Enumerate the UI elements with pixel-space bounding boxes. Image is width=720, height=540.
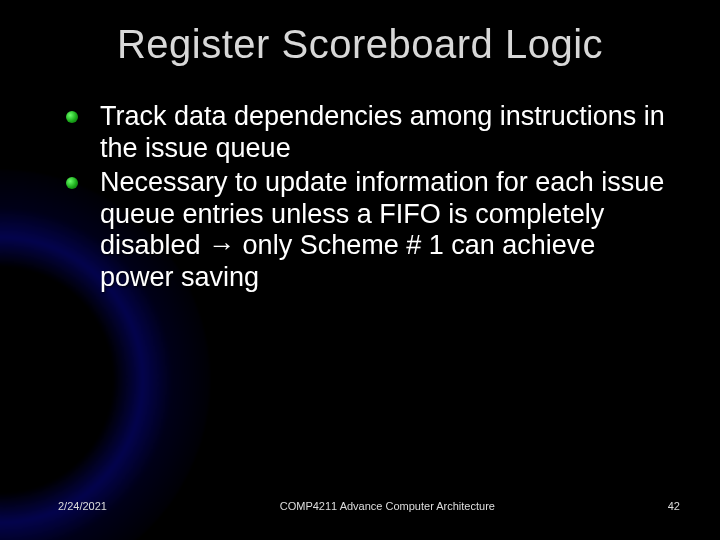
bullet-text: Track data dependencies among instructio… bbox=[100, 101, 665, 163]
slide-body: Track data dependencies among instructio… bbox=[40, 101, 680, 294]
bullet-item: Track data dependencies among instructio… bbox=[66, 101, 670, 165]
footer-date: 2/24/2021 bbox=[58, 500, 107, 512]
arrow-icon: → bbox=[208, 230, 235, 260]
bullet-icon bbox=[66, 177, 78, 189]
slide: Register Scoreboard Logic Track data dep… bbox=[0, 0, 720, 540]
slide-footer: 2/24/2021 COMP4211 Advance Computer Arch… bbox=[0, 500, 720, 512]
bullet-icon bbox=[66, 111, 78, 123]
footer-course: COMP4211 Advance Computer Architecture bbox=[107, 500, 668, 512]
bullet-item: Necessary to update information for each… bbox=[66, 167, 670, 294]
slide-title: Register Scoreboard Logic bbox=[40, 22, 680, 67]
footer-page-number: 42 bbox=[668, 500, 680, 512]
